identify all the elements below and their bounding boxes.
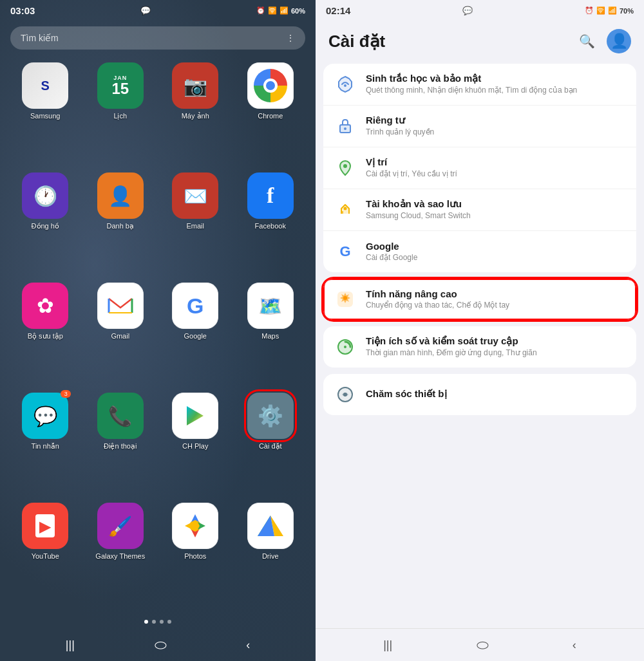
biometrics-title: Sinh trắc học và bảo mật (366, 73, 626, 84)
chat-icon-left: 💬 (140, 6, 151, 15)
device-care-icon (334, 383, 357, 406)
google-item[interactable]: G Google Cài đặt Google (323, 231, 636, 272)
chrome-label: Chrome (258, 112, 283, 120)
app-contacts[interactable]: 👤 Danh bạ (86, 172, 156, 277)
wellbeing-card: Tiện ích số và kiểm soát truy cập Thời g… (323, 326, 636, 368)
app-gmail[interactable]: Gmail (86, 283, 156, 387)
advanced-text: Tính năng nâng cao Chuyển động và thao t… (366, 288, 626, 311)
settings-title: Cài đặt (328, 32, 385, 51)
app-galaxy-themes[interactable]: 🖌️ Galaxy Themes (86, 503, 156, 607)
clock-icon: 🕐 (22, 172, 68, 219)
app-photos[interactable]: Photos (160, 503, 231, 607)
advanced-item[interactable]: Tính năng nâng cao Chuyển động và thao t… (323, 279, 636, 320)
app-clock[interactable]: 🕐 Đồng hồ (10, 172, 80, 277)
email-label: Email (186, 222, 204, 230)
app-samsung[interactable]: S Samsung (10, 62, 80, 167)
contacts-icon: 👤 (97, 172, 144, 219)
alarm-icon-right: ⏰ (585, 6, 594, 15)
device-care-item[interactable]: Chăm sóc thiết bị (323, 374, 636, 415)
advanced-title: Tính năng nâng cao (366, 288, 626, 299)
svg-point-7 (343, 164, 347, 168)
location-subtitle: Cài đặt vị trí, Yêu cầu vị trí (366, 169, 626, 180)
biometrics-icon (334, 73, 357, 96)
app-phone[interactable]: 📞 Điện thoại (86, 393, 156, 498)
galaxy-themes-label: Galaxy Themes (95, 552, 145, 560)
more-icon[interactable]: ⋮ (286, 33, 295, 43)
privacy-item[interactable]: Riêng tư Trình quản lý quyền (323, 106, 636, 147)
facebook-label: Facebook (255, 222, 286, 230)
home-button-right[interactable]: ⬭ (477, 637, 489, 653)
app-drive[interactable]: Drive (236, 503, 306, 607)
youtube-icon: ▶ (22, 503, 68, 549)
messages-icon: 💬 3 (22, 393, 68, 439)
battery-left: 60% (291, 7, 305, 15)
location-item[interactable]: Vị trí Cài đặt vị trí, Yêu cầu vị trí (323, 147, 636, 189)
app-settings[interactable]: ⚙️ Cài đặt (236, 393, 306, 498)
app-collection[interactable]: ✿ Bộ sưu tập (10, 283, 80, 387)
dot-2 (152, 620, 156, 624)
back-button-right[interactable]: ‹ (573, 638, 576, 652)
calendar-label: Lịch (113, 112, 127, 120)
privacy-text: Riêng tư Trình quản lý quyền (366, 115, 626, 138)
back-button[interactable]: ‹ (246, 638, 250, 652)
biometrics-subtitle: Quét thông minh, Nhận diện khuôn mặt, Tì… (366, 86, 626, 96)
phone-label: Điện thoại (104, 442, 137, 451)
svg-marker-0 (187, 406, 204, 425)
app-messages[interactable]: 💬 3 Tin nhắn (10, 393, 80, 498)
app-youtube[interactable]: ▶ YouTube (10, 503, 80, 607)
nav-bar-left: ||| ⬭ ‹ (0, 629, 316, 661)
location-icon (334, 156, 357, 180)
playstore-label: CH Play (182, 442, 208, 450)
app-email[interactable]: ✉️ Email (160, 172, 231, 277)
advanced-icon (334, 288, 357, 311)
app-calendar[interactable]: JAN 15 Lịch (86, 62, 156, 167)
calendar-icon: JAN 15 (97, 62, 144, 109)
app-camera[interactable]: 📷 Máy ảnh (160, 62, 231, 167)
svg-point-6 (344, 127, 346, 130)
advanced-subtitle: Chuyển động và thao tác, Chế độ Một tay (366, 301, 626, 311)
recent-apps-button-right[interactable]: ||| (383, 638, 392, 652)
app-maps[interactable]: 🗺️ Maps (236, 283, 306, 387)
drive-icon (247, 503, 294, 549)
nav-bar-right: ||| ⬭ ‹ (316, 628, 644, 661)
gmail-label: Gmail (111, 332, 129, 340)
time-left: 03:03 (10, 5, 35, 16)
security-card: Sinh trắc học và bảo mật Quét thông minh… (323, 64, 636, 272)
app-chrome[interactable]: Chrome (236, 62, 306, 167)
app-facebook[interactable]: f Facebook (236, 172, 306, 277)
samsung-icon: S (22, 62, 68, 109)
search-button[interactable]: 🔍 (574, 29, 599, 53)
signal-icon-left: 📶 (279, 6, 289, 15)
wellbeing-icon (334, 335, 357, 358)
google-settings-icon: G (334, 240, 357, 263)
time-right: 02:14 (326, 5, 350, 16)
google-title: Google (366, 241, 626, 252)
signal-icon-right: 📶 (608, 6, 617, 15)
accounts-text: Tài khoản và sao lưu Samsung Cloud, Smar… (366, 198, 626, 221)
collection-label: Bộ sưu tập (28, 332, 63, 340)
profile-button[interactable]: 👤 (607, 29, 631, 53)
camera-label: Máy ảnh (182, 112, 209, 120)
advanced-card: Tính năng nâng cao Chuyển động và thao t… (323, 279, 636, 320)
youtube-label: YouTube (32, 552, 59, 560)
app-google[interactable]: G Google (160, 283, 231, 387)
accounts-item[interactable]: Tài khoản và sao lưu Samsung Cloud, Smar… (323, 189, 636, 231)
photos-label: Photos (184, 552, 206, 560)
google-icon: G (172, 283, 218, 329)
recent-apps-button[interactable]: ||| (66, 638, 75, 652)
gmail-icon (97, 283, 144, 329)
email-icon: ✉️ (172, 172, 218, 219)
dot-4 (167, 620, 171, 624)
search-bar[interactable]: Tìm kiếm ⋮ (10, 26, 305, 50)
left-panel: 03:03 💬 ⏰ 🛜 📶 60% Tìm kiếm ⋮ S Samsung J… (0, 0, 316, 661)
google-text: Google Cài đặt Google (366, 241, 626, 263)
home-button[interactable]: ⬭ (155, 637, 167, 653)
biometrics-item[interactable]: Sinh trắc học và bảo mật Quét thông minh… (323, 64, 636, 106)
app-playstore[interactable]: CH Play (160, 393, 231, 498)
device-care-title: Chăm sóc thiết bị (366, 388, 626, 400)
status-bar-right: 02:14 💬 ⏰ 🛜 📶 70% (316, 0, 644, 21)
app-grid: S Samsung JAN 15 Lịch 📷 Máy ảnh Chrome (0, 55, 316, 615)
settings-label: Cài đặt (259, 442, 282, 451)
wellbeing-item[interactable]: Tiện ích số và kiểm soát truy cập Thời g… (323, 326, 636, 368)
drive-label: Drive (262, 552, 279, 560)
